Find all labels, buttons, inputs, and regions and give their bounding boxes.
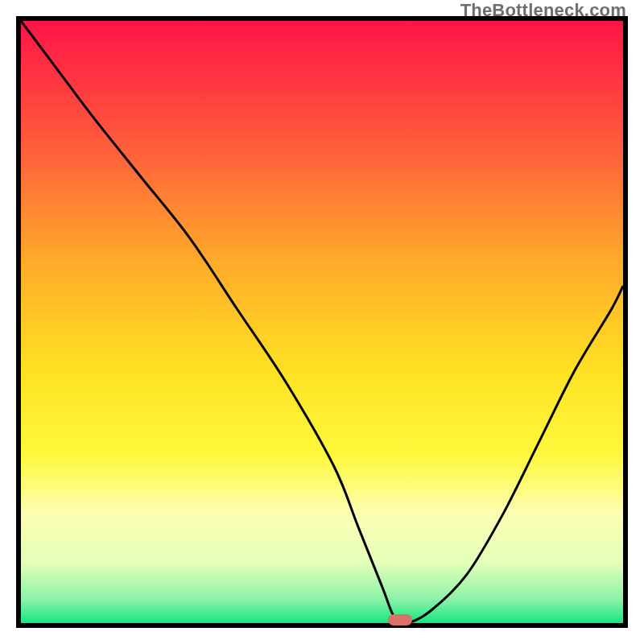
chart-frame: TheBottleneck.com <box>0 0 644 644</box>
bottleneck-curve <box>21 21 623 623</box>
optimal-marker <box>388 614 412 625</box>
plot-area <box>16 16 628 628</box>
curve-layer <box>21 21 623 623</box>
